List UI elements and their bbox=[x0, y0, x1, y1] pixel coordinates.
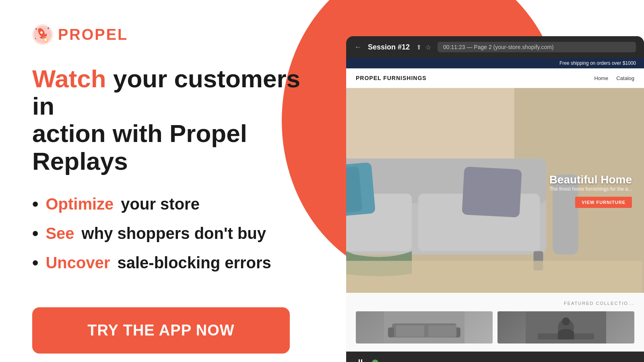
right-panel: ← Session #12 ⬆ ☆ 00:11:23 — Page 2 (you… bbox=[322, 0, 644, 362]
bullet-2-rest: why shoppers don't buy bbox=[82, 224, 266, 243]
svg-rect-24 bbox=[462, 167, 522, 218]
bullet-3-rest: sale-blocking errors bbox=[117, 254, 271, 272]
cta-button[interactable]: TRY THE APP NOW bbox=[32, 307, 290, 354]
svg-point-10 bbox=[48, 28, 49, 29]
browser-chrome: ← Session #12 ⬆ ☆ 00:11:23 — Page 2 (you… bbox=[346, 36, 644, 58]
device-mockup: ← Session #12 ⬆ ☆ 00:11:23 — Page 2 (you… bbox=[346, 36, 644, 362]
hero-cta-button[interactable]: VIEW FURNITURE bbox=[575, 197, 632, 208]
hero-text-overlay: Beautiful Home The finest home furnishin… bbox=[549, 173, 632, 208]
featured-title: FEATURED COLLECTIO... bbox=[356, 301, 634, 306]
site-top-bar: Free shipping on orders over $1000 bbox=[346, 58, 644, 68]
browser-nav: ← bbox=[354, 43, 361, 51]
nav-link-home[interactable]: Home bbox=[594, 75, 609, 81]
share-icon[interactable]: ⬆ bbox=[416, 43, 421, 51]
bullet-3-highlight: Uncover bbox=[45, 254, 110, 272]
progress-indicator bbox=[372, 360, 378, 362]
featured-item-2 bbox=[497, 311, 634, 343]
featured-item-1-image bbox=[356, 311, 493, 343]
featured-section: FEATURED COLLECTIO... bbox=[346, 293, 644, 352]
nav-link-catalog[interactable]: Catalog bbox=[616, 75, 634, 81]
pause-button[interactable]: ⏸ bbox=[356, 357, 365, 362]
top-bar-text: Free shipping on orders over $1000 bbox=[559, 60, 636, 66]
svg-rect-39 bbox=[428, 325, 456, 337]
headline-highlight: Watch bbox=[32, 65, 106, 93]
hero-title: Beautiful Home bbox=[549, 173, 632, 186]
svg-rect-36 bbox=[388, 327, 394, 337]
svg-point-11 bbox=[35, 38, 36, 39]
bullet-item-2: See why shoppers don't buy bbox=[32, 224, 314, 243]
svg-rect-38 bbox=[396, 325, 424, 337]
video-controls: ⏸ bbox=[346, 352, 644, 362]
bullet-item-3: Uncover sale-blocking errors bbox=[32, 254, 314, 272]
featured-item-2-image bbox=[497, 311, 634, 343]
site-nav: PROPEL FURNISHINGS Home Catalog bbox=[346, 68, 644, 88]
svg-point-43 bbox=[562, 317, 570, 325]
logo-text: PROPEL bbox=[58, 26, 128, 43]
bullet-item-1: Optimize your store bbox=[32, 195, 314, 213]
url-bar[interactable]: 00:11:23 — Page 2 (your-store.shopify.co… bbox=[438, 42, 636, 52]
star-icon[interactable]: ☆ bbox=[425, 43, 431, 51]
svg-point-9 bbox=[36, 29, 37, 30]
bullet-list: Optimize your store See why shoppers don… bbox=[32, 195, 314, 283]
browser-icons: ⬆ ☆ bbox=[416, 43, 431, 51]
featured-grid bbox=[356, 311, 634, 343]
hero-subtitle: The finest home furnishings for the a... bbox=[549, 186, 632, 192]
propel-logo-icon bbox=[32, 24, 53, 45]
featured-item-1 bbox=[356, 311, 493, 343]
site-brand: PROPEL FURNISHINGS bbox=[356, 75, 427, 81]
bullet-1-highlight: Optimize bbox=[45, 195, 114, 213]
svg-rect-27 bbox=[346, 261, 642, 293]
headline: Watch your customers inaction with Prope… bbox=[32, 65, 314, 175]
session-label: Session #12 bbox=[368, 43, 410, 51]
bullet-1-rest: your store bbox=[121, 195, 200, 213]
back-arrow-icon[interactable]: ← bbox=[354, 43, 361, 51]
left-panel: PROPEL Watch your customers inaction wit… bbox=[0, 0, 346, 362]
website-content: Free shipping on orders over $1000 PROPE… bbox=[346, 58, 644, 352]
logo-area: PROPEL bbox=[32, 24, 314, 45]
site-nav-links: Home Catalog bbox=[594, 75, 635, 81]
bullet-2-highlight: See bbox=[45, 224, 74, 243]
site-hero: Beautiful Home The finest home furnishin… bbox=[346, 88, 644, 293]
